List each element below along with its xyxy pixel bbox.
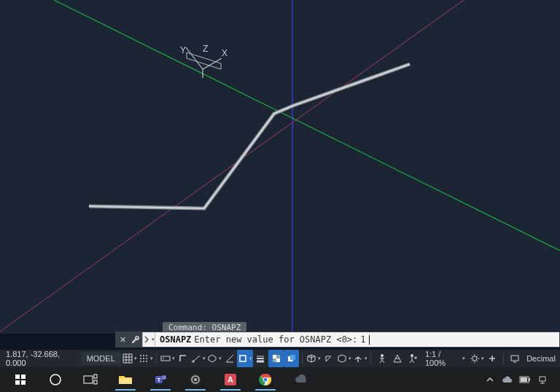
isodraft-icon <box>207 353 217 364</box>
model-space-button[interactable]: MODEL <box>81 352 121 365</box>
polyline-entity[interactable] <box>89 64 410 208</box>
system-tray[interactable] <box>484 374 556 385</box>
cube-small-icon <box>306 353 316 364</box>
lineweight-button[interactable] <box>253 350 268 367</box>
svg-point-6 <box>140 358 141 359</box>
walk-button[interactable] <box>374 350 389 367</box>
svg-rect-53 <box>529 378 530 381</box>
start-button[interactable] <box>4 369 36 391</box>
taskbar-chrome[interactable] <box>249 369 281 391</box>
windows-taskbar: T A <box>0 367 560 392</box>
task-view-button[interactable] <box>74 369 106 391</box>
dynamic-input-button[interactable]: ▾ <box>160 350 175 367</box>
svg-point-11 <box>146 361 147 362</box>
plus-icon <box>488 354 497 363</box>
svg-line-15 <box>193 356 200 361</box>
isodraft-button[interactable]: ▾ <box>206 350 222 367</box>
snap-button[interactable]: ▾ <box>138 350 153 367</box>
autoscale-button[interactable] <box>405 350 421 367</box>
svg-rect-54 <box>521 377 527 382</box>
network-icon <box>537 375 548 385</box>
battery-icon <box>519 376 531 383</box>
tray-onedrive[interactable] <box>502 374 513 385</box>
svg-rect-21 <box>276 355 280 358</box>
taskbar-file-explorer[interactable] <box>109 369 141 391</box>
chevron-down-icon: ▾ <box>203 356 206 361</box>
command-variable-name: OSNAPZ <box>160 334 191 345</box>
command-input[interactable]: OSNAPZ Enter new value for OSNAPZ <0>: 1 <box>155 334 559 345</box>
dynamic-ucs-button[interactable] <box>322 350 337 367</box>
ortho-button[interactable] <box>175 350 190 367</box>
ortho-icon <box>178 353 188 364</box>
separator <box>302 353 303 364</box>
osnap-tracking-button[interactable] <box>222 350 237 367</box>
units-button[interactable]: Decimal <box>522 350 560 367</box>
command-close-button[interactable]: ✕ <box>116 332 129 347</box>
autocad-icon: A <box>224 373 237 386</box>
svg-point-28 <box>411 354 413 357</box>
annotation-icon <box>392 353 402 364</box>
person-icon <box>377 353 387 364</box>
selection-cycling-button[interactable] <box>284 350 299 367</box>
drawing-viewport[interactable]: Y Z X <box>0 0 560 334</box>
chevron-down-icon: ▾ <box>219 356 222 361</box>
snap-icon <box>139 353 149 364</box>
svg-rect-37 <box>84 376 93 383</box>
chevron-down-icon: ▾ <box>152 337 155 342</box>
osnap-icon <box>238 353 248 364</box>
svg-rect-16 <box>240 356 246 361</box>
chevron-right-icon <box>143 336 150 343</box>
tray-overflow-button[interactable] <box>484 374 496 385</box>
units-label: Decimal <box>526 354 556 363</box>
osnap-button[interactable]: ▾ <box>237 350 252 367</box>
separator <box>503 353 504 364</box>
svg-point-7 <box>143 358 144 359</box>
taskbar-teams[interactable]: T <box>144 369 176 391</box>
command-line[interactable]: ✕ ▾ OSNAPZ Enter new value for OSNAPZ <0… <box>115 332 560 348</box>
chevron-down-icon: ▾ <box>318 356 321 361</box>
svg-rect-12 <box>161 356 170 361</box>
svg-point-4 <box>143 355 144 356</box>
obs-icon <box>189 373 202 386</box>
polar-button[interactable]: ▾ <box>191 350 206 367</box>
polyline-entity-hl <box>89 64 410 208</box>
viewport-canvas <box>0 0 560 334</box>
separator <box>370 353 371 364</box>
annotation-visibility-button[interactable] <box>389 350 405 367</box>
ucs-x-label: X <box>222 48 228 58</box>
annotation-scale-button[interactable]: 1:1 / 100%▾ <box>421 350 470 367</box>
svg-text:T: T <box>158 377 161 383</box>
svg-point-8 <box>146 358 147 359</box>
chevron-down-icon: ▾ <box>172 356 175 361</box>
gear-icon <box>470 353 480 364</box>
svg-rect-34 <box>15 380 20 385</box>
command-recent-button[interactable]: ▾ <box>142 332 155 347</box>
taskbar-autocad[interactable]: A <box>214 369 246 391</box>
svg-rect-23 <box>276 358 280 362</box>
cortana-button[interactable] <box>39 369 71 391</box>
svg-point-51 <box>264 378 268 382</box>
taskbar-obs[interactable] <box>179 369 211 391</box>
svg-point-9 <box>140 361 141 362</box>
3d-osnap-button[interactable]: ▾ <box>306 350 321 367</box>
ucs-z-label: Z <box>203 44 208 54</box>
gizmo-button[interactable]: ▾ <box>352 350 368 367</box>
svg-point-29 <box>472 356 477 361</box>
tray-battery[interactable] <box>519 374 531 385</box>
chevron-down-icon: ▾ <box>349 356 351 361</box>
svg-point-36 <box>50 375 61 385</box>
svg-rect-30 <box>511 356 518 361</box>
workspace-button[interactable]: ▾ <box>470 350 485 367</box>
annotation-monitor-button[interactable] <box>485 350 500 367</box>
chevron-down-icon: ▾ <box>249 356 252 361</box>
taskbar-app[interactable] <box>284 369 316 391</box>
command-customize-button[interactable] <box>129 332 142 347</box>
grid-button[interactable]: ▾ <box>122 350 138 367</box>
lineweight-icon <box>255 353 265 364</box>
coordinates-readout[interactable]: 1.817, -32.668, 0.000 <box>0 350 79 367</box>
transparency-button[interactable] <box>268 350 284 367</box>
hardware-accel-button[interactable] <box>507 350 522 367</box>
selection-filter-button[interactable]: ▾ <box>337 350 352 367</box>
windows-icon <box>14 373 27 386</box>
tray-network[interactable] <box>537 374 548 385</box>
